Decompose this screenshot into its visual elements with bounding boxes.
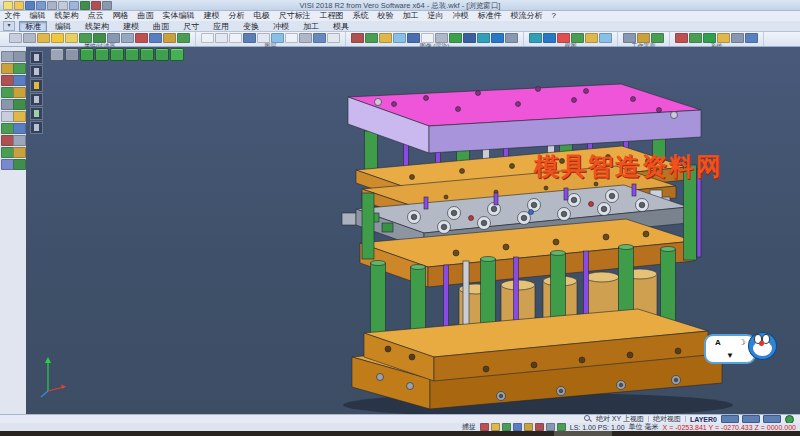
zoom-window-icon[interactable] — [543, 33, 556, 43]
zoom-in-tool-icon[interactable] — [30, 65, 43, 78]
menu-item[interactable]: 冲模 — [448, 11, 473, 21]
print-icon[interactable] — [47, 1, 57, 10]
layer-filter-icon[interactable] — [51, 33, 64, 43]
mold-assembly-3d-model[interactable] — [26, 47, 800, 414]
isolate-icon[interactable] — [107, 33, 120, 43]
show-elements-icon[interactable] — [79, 33, 92, 43]
menu-item[interactable]: 模流分析 — [506, 11, 547, 21]
snap-endpoint-icon[interactable] — [480, 423, 489, 431]
menu-item[interactable]: 标准件 — [473, 11, 506, 21]
right-view-icon[interactable] — [125, 48, 139, 61]
zoom-view-icon[interactable] — [477, 33, 490, 43]
layer-blue-icon[interactable] — [271, 33, 284, 43]
zoom-out-tool-icon[interactable] — [30, 79, 43, 92]
menu-item[interactable]: 网格 — [108, 11, 133, 21]
polyline-icon[interactable] — [13, 87, 26, 98]
layer-manager-icon[interactable] — [327, 33, 340, 43]
menu-item[interactable]: 点云 — [83, 11, 108, 21]
toolbar-tab[interactable]: 加工 — [297, 21, 325, 32]
line-icon[interactable] — [13, 63, 26, 74]
hide-elements-icon[interactable] — [93, 33, 106, 43]
system-settings-icon[interactable] — [675, 33, 688, 43]
wireframe-render-icon[interactable] — [365, 33, 378, 43]
view-rotate-icon[interactable] — [585, 33, 598, 43]
rotate-icon[interactable] — [13, 135, 26, 146]
scale-icon[interactable] — [13, 147, 26, 158]
viewport-3d[interactable]: 模具智造资料网 A☽▼ — [26, 47, 800, 414]
layer-list-icon[interactable] — [215, 33, 228, 43]
view-pan-icon[interactable] — [599, 33, 612, 43]
layer-visibility-icon[interactable] — [229, 33, 242, 43]
menu-item[interactable]: 文件 — [0, 11, 25, 21]
erase-icon[interactable] — [13, 159, 26, 170]
type-filter-icon[interactable] — [65, 33, 78, 43]
visibility-icon[interactable] — [121, 33, 134, 43]
color-filter-icon[interactable] — [37, 33, 50, 43]
top-view-icon[interactable] — [110, 48, 124, 61]
customize-quick-access-icon[interactable] — [102, 1, 112, 10]
toolbar-options-button[interactable]: ▾ — [3, 21, 15, 31]
workplane-3point-icon[interactable] — [651, 33, 664, 43]
info-icon[interactable] — [745, 33, 758, 43]
menu-item[interactable]: 系统 — [348, 11, 373, 21]
light-icon[interactable] — [421, 33, 434, 43]
redo-icon[interactable] — [91, 1, 101, 10]
help-system-icon[interactable] — [731, 33, 744, 43]
minimize-strip-icon[interactable] — [30, 51, 43, 64]
copy-icon[interactable] — [69, 1, 79, 10]
menu-item[interactable]: 编辑 — [25, 11, 50, 21]
print-preview-icon[interactable] — [58, 1, 68, 10]
pan-tool-icon[interactable] — [30, 93, 43, 106]
options-icon[interactable] — [717, 33, 730, 43]
menu-item[interactable]: 建模 — [199, 11, 224, 21]
rotate-view-icon[interactable] — [491, 33, 504, 43]
menu-item[interactable]: 工程图 — [315, 11, 348, 21]
background-icon[interactable] — [435, 33, 448, 43]
new-layer-icon[interactable] — [201, 33, 214, 43]
window-select-icon[interactable] — [13, 51, 26, 62]
snap-quadrant-icon[interactable] — [535, 423, 544, 431]
left-view-icon[interactable] — [140, 48, 154, 61]
move-to-layer-icon[interactable] — [313, 33, 326, 43]
snap-intersection-icon[interactable] — [513, 423, 522, 431]
menu-item[interactable]: 曲面 — [133, 11, 158, 21]
menu-item[interactable]: 校验 — [373, 11, 398, 21]
snap-grid-icon[interactable] — [524, 423, 533, 431]
toolbar-tab[interactable]: 编辑 — [49, 21, 77, 32]
layer-lock-icon[interactable] — [285, 33, 298, 43]
zoom-fit-icon[interactable] — [529, 33, 542, 43]
rotate-view-icon[interactable] — [170, 48, 184, 61]
die-base-plates[interactable] — [343, 309, 733, 414]
edges-mode-icon[interactable] — [65, 48, 79, 61]
pan-view-icon[interactable] — [505, 33, 518, 43]
toolbar-tab[interactable]: 应用 — [207, 21, 235, 32]
delete-filter-icon[interactable] — [135, 33, 148, 43]
material-icon[interactable] — [407, 33, 420, 43]
workplane-standard-icon[interactable] — [623, 33, 636, 43]
open-file-icon[interactable] — [14, 1, 24, 10]
toolbar-tab[interactable]: 尺寸 — [177, 21, 205, 32]
shaded-render-icon[interactable] — [351, 33, 364, 43]
grid-toggle-icon[interactable] — [557, 423, 566, 431]
selection-filter-icon[interactable] — [149, 33, 162, 43]
attribute-filter-icon[interactable] — [23, 33, 36, 43]
undo-icon[interactable] — [80, 1, 90, 10]
match-properties-icon[interactable] — [163, 33, 176, 43]
save-all-icon[interactable] — [36, 1, 46, 10]
top-clamping-plate[interactable] — [348, 84, 701, 153]
front-view-icon[interactable] — [95, 48, 109, 61]
arc-icon[interactable] — [13, 75, 26, 86]
perspective-icon[interactable] — [463, 33, 476, 43]
element-properties-icon[interactable] — [9, 33, 22, 43]
menu-item[interactable]: 分析 — [224, 11, 249, 21]
chamfer-icon[interactable] — [13, 99, 26, 110]
layer-color-icon[interactable] — [299, 33, 312, 43]
refresh-icon[interactable] — [546, 423, 555, 431]
extend-icon[interactable] — [13, 111, 26, 122]
hidden-line-icon[interactable] — [379, 33, 392, 43]
shading-mode-icon[interactable] — [50, 48, 64, 61]
toolbar-tab[interactable]: 建模 — [117, 21, 145, 32]
calculator-icon[interactable] — [689, 33, 702, 43]
layer-off-icon[interactable] — [257, 33, 270, 43]
menu-item[interactable]: 加工 — [398, 11, 423, 21]
